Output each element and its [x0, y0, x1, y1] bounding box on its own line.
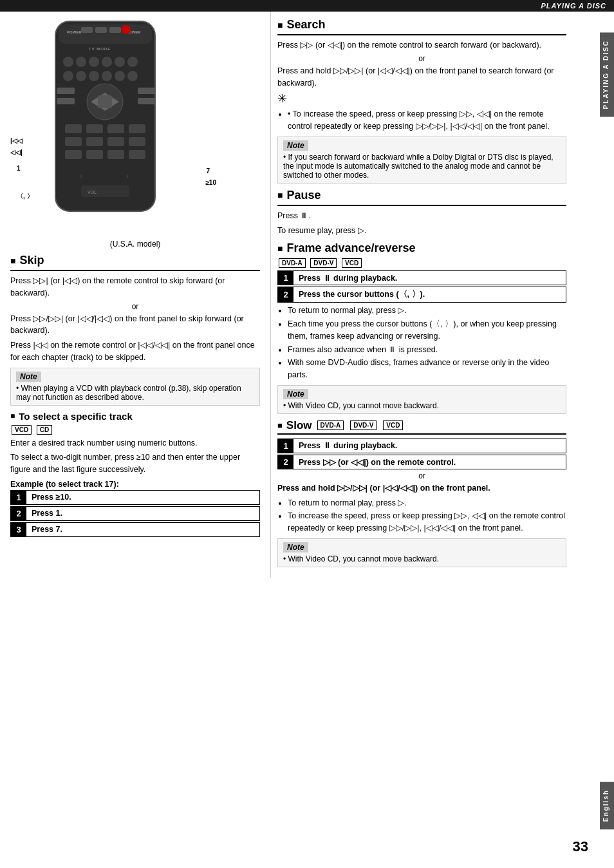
pause-heading: Pause [277, 189, 566, 202]
main-content: POWER POWER TV MODE [0, 12, 614, 578]
annotation-skip-back: |◁◁ [10, 137, 23, 144]
svg-rect-4 [81, 27, 93, 33]
svg-rect-31 [107, 124, 124, 133]
left-column: POWER POWER TV MODE [0, 12, 270, 578]
sun-icon: ✳ [277, 91, 566, 106]
pause-para2: To resume play, press ▷. [277, 225, 566, 237]
svg-rect-28 [98, 95, 112, 108]
slow-heading: Slow DVD-A DVD-V VCD [277, 419, 566, 432]
page-number: 33 [573, 838, 588, 855]
svg-text:VOL: VOL [88, 190, 97, 194]
skip-para1: Press ▷▷| (or |◁◁) on the remote control… [10, 275, 260, 299]
svg-point-17 [89, 71, 99, 81]
search-para1: Press ▷▷ (or ◁◁|) on the remote control … [277, 39, 566, 52]
select-track-para2: To select a two-digit number, press ≥10 … [10, 451, 260, 476]
frame-step-2-num: 2 [278, 287, 293, 302]
svg-rect-35 [107, 137, 124, 146]
svg-text:POWER: POWER [67, 30, 82, 34]
frame-bullet-4: With some DVD-Audio discs, frames advanc… [288, 357, 566, 381]
pause-divider [277, 205, 566, 206]
svg-rect-34 [86, 137, 103, 146]
svg-rect-38 [86, 150, 103, 159]
search-tip: • To increase the speed, press or keep p… [288, 108, 566, 133]
frame-bullet-2: Each time you press the cursor buttons (… [288, 318, 566, 343]
search-divider [277, 34, 566, 35]
badge-vcd: VCD [12, 425, 32, 435]
right-column: Search Press ▷▷ (or ◁◁|) on the remote c… [270, 12, 586, 578]
slow-step-1: 1 Press ⏸ during playback. [277, 439, 566, 453]
svg-rect-6 [109, 27, 121, 33]
step-2-num: 2 [11, 507, 26, 520]
badge-dvda: DVD-A [279, 258, 306, 268]
search-heading: Search [277, 18, 566, 32]
frame-note: Note • With Video CD, you cannot move ba… [277, 385, 566, 414]
frame-advance-heading: Frame advance/reverse [277, 241, 566, 255]
frame-step-1-num: 1 [278, 271, 293, 285]
slow-step-1-text: Press ⏸ during playback. [293, 439, 566, 453]
skip-para2: Press ▷▷/▷▷| (or |◁◁/|◁◁) on the front p… [10, 313, 260, 337]
frame-note-title: Note [283, 389, 308, 399]
slow-step2b: Press and hold ▷▷/▷▷| (or |◁◁/◁◁|) on th… [277, 482, 566, 495]
slow-badge-vcd: VCD [383, 420, 403, 430]
svg-rect-33 [65, 137, 82, 146]
search-or1: or [277, 54, 566, 63]
step-1-text: Press ≥10. [26, 491, 259, 504]
svg-point-16 [76, 71, 86, 81]
svg-rect-23 [138, 88, 156, 94]
top-bar-label: PLAYING A DISC [541, 2, 606, 10]
slow-note-title: Note [283, 542, 308, 552]
select-track-para1: Enter a desired track number using numer… [10, 437, 260, 449]
svg-point-12 [102, 57, 112, 67]
svg-rect-32 [129, 124, 145, 133]
skip-note-title: Note [16, 372, 41, 382]
svg-point-7 [122, 25, 131, 34]
svg-rect-21 [57, 88, 75, 94]
english-tab: English [600, 782, 614, 829]
slow-step-2-text: Press ▷▷ (or ◁◁|) on the remote control. [293, 455, 566, 469]
svg-rect-40 [129, 150, 145, 159]
skip-divider [10, 270, 260, 271]
annotation-7: 7 [206, 167, 210, 175]
svg-rect-22 [57, 98, 75, 104]
top-bar: PLAYING A DISC [0, 0, 614, 12]
slow-note: Note • With Video CD, you cannot move ba… [277, 538, 566, 567]
remote-svg: POWER POWER TV MODE [42, 18, 171, 218]
frame-step-2-text: Press the cursor buttons (〈, 〉). [293, 287, 566, 302]
slow-note-text: • With Video CD, you cannot move backwar… [283, 554, 561, 563]
frame-step-1-text: Press ⏸ during playback. [293, 271, 566, 285]
svg-point-18 [102, 71, 112, 81]
slow-section: Slow DVD-A DVD-V VCD 1 Press ⏸ during pl… [277, 419, 566, 567]
example-label: Example (to select track 17): [10, 480, 260, 489]
badge-dvdv: DVD-V [310, 258, 337, 268]
frame-bullets: To return to normal play, press ▷. Each … [277, 305, 566, 381]
slow-divider [277, 433, 566, 435]
select-track-section: To select a specific track VCD CD Enter … [10, 411, 260, 537]
badge-cd: CD [37, 425, 52, 435]
svg-point-14 [127, 57, 138, 67]
slow-bullet-2: To increase the speed, press or keep pre… [288, 510, 566, 534]
slow-badge-dvda: DVD-A [317, 420, 344, 430]
svg-point-19 [115, 71, 125, 81]
step-2-text: Press 1. [26, 507, 259, 520]
step-1-row: 1 Press ≥10. [10, 490, 260, 505]
step-2-row: 2 Press 1. [10, 506, 260, 521]
slow-or: or [277, 471, 566, 480]
svg-point-13 [115, 57, 125, 67]
badge-vcd2: VCD [342, 258, 362, 268]
frame-advance-section: Frame advance/reverse DVD-A DVD-V VCD 1 … [277, 241, 566, 414]
search-note: Note • If you search forward or backward… [277, 137, 566, 184]
playing-a-disc-tab: PLAYING A DISC [600, 32, 614, 117]
svg-rect-5 [95, 27, 107, 33]
remote-annotation-wrap: POWER POWER TV MODE [10, 18, 216, 237]
svg-text:〉: 〉 [126, 174, 131, 178]
step-3-num: 3 [11, 523, 26, 536]
svg-point-15 [63, 71, 73, 81]
annotation-skip-fwd: ◁◁| [10, 149, 23, 156]
slow-bullets: To return to normal play, press ▷. To in… [277, 497, 566, 534]
annotation-1: 1 [17, 165, 21, 172]
slow-step-2-num: 2 [278, 455, 293, 469]
annotation-arrows: 〈, 〉 [17, 192, 33, 201]
skip-heading: Skip [10, 254, 260, 267]
pause-para1: Press ⏸. [277, 210, 566, 222]
step-3-text: Press 7. [26, 523, 259, 536]
